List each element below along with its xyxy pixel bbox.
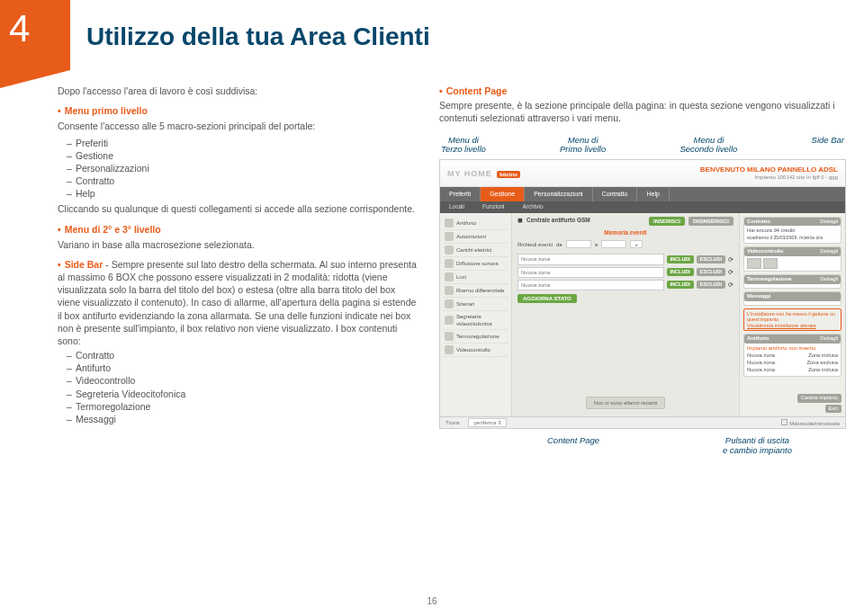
list-item: Videocontrollo [76, 375, 135, 386]
nav1-preferiti[interactable]: Preferiti [440, 187, 481, 201]
list-item: Personalizzazioni [76, 163, 149, 174]
nav3-luci[interactable]: Luci [443, 271, 508, 284]
box-details[interactable]: Dettagli [820, 335, 838, 343]
no-alarms-box: Non ci sono allarmi recenti [586, 397, 666, 409]
insert-button[interactable]: INSERISCI [649, 217, 685, 226]
nav1-help[interactable]: Help [637, 187, 669, 201]
section1-head: •Menu primo livello [58, 104, 418, 117]
nav3-automazioni[interactable]: Automazioni [443, 230, 508, 244]
exclude-button[interactable]: ESCLUDI [697, 281, 725, 289]
box-antifurto: AntifurtoDettagli Impianto antifurto non… [743, 334, 842, 376]
section3-desc: - Sempre presente sul lato destro della … [58, 259, 417, 346]
disinsert-button[interactable]: DISINSERISCI [688, 217, 734, 226]
credits-sub: scadranno il 25/03/2009, ricarica ora [747, 235, 838, 241]
box-details[interactable]: Dettagli [820, 248, 838, 255]
update-state-button[interactable]: AGGIORNA STATO [518, 294, 577, 303]
find-input[interactable]: periferica 3 [468, 418, 508, 427]
nav3-carichi[interactable]: Carichi elettrici [443, 244, 508, 257]
callouts-top: Menu di Terzo livello Menu di Primo live… [439, 136, 846, 155]
callout-primo: Menu di Primo livello [560, 136, 606, 155]
nav3-label: Riarmo differenziale [456, 287, 504, 294]
welcome-text: BENVENUTO MILANO PANNELLO ADSL Impianto … [700, 166, 838, 180]
device-label: Centrale antifurto GSM [526, 217, 590, 225]
nav2-funzioni[interactable]: Funzioni [473, 201, 514, 213]
camera-icon [445, 345, 454, 354]
exclude-button[interactable]: ESCLUDI [697, 268, 725, 276]
welcome-sub: Impianto 100142 sito in fgff 0 - ggg [700, 174, 838, 181]
page-title: Utilizzo della tua Area Clienti [86, 20, 430, 54]
exclude-button[interactable]: ESCLUDI [697, 255, 725, 263]
zone-name[interactable]: Nuova zona [518, 280, 664, 290]
nav3-label: Videocontrollo [456, 346, 490, 353]
section-number-badge: 4 [0, 0, 70, 70]
shield-icon [445, 219, 454, 228]
nav1-gestione[interactable]: Gestione [481, 187, 525, 201]
nav3-segreteria[interactable]: Segreteria videocitofonica [443, 311, 508, 330]
nav1-personalizzazioni[interactable]: Personalizzazioni [525, 187, 592, 201]
intro-text: Dopo l'accesso l'area di lavoro è così s… [58, 85, 418, 97]
nav3-scenari[interactable]: Scenari [443, 298, 508, 311]
device-icon: ◼ [518, 217, 523, 225]
refresh-icon[interactable]: ⟳ [728, 268, 734, 276]
installer-msg: L'installatore non ha messo il gettone s… [747, 311, 838, 323]
nav1-contratto[interactable]: Contratto [593, 187, 638, 201]
video-thumb[interactable] [747, 258, 761, 269]
section1-desc: Consente l'accesso alle 5 macro-sezioni … [58, 120, 418, 132]
callout-content-page: Content Page [547, 436, 599, 455]
include-button[interactable]: INCLUDI [667, 255, 694, 263]
nav3-diffusione[interactable]: Diffusione sonora [443, 257, 508, 271]
switch-icon [445, 286, 454, 295]
thermo-icon [445, 332, 454, 341]
from-field[interactable] [566, 240, 591, 248]
to-field[interactable] [601, 240, 626, 248]
zone-name[interactable]: Nuova zona [518, 254, 664, 264]
antifurto-state: Impianto antifurto non inserito [747, 345, 838, 353]
box-messaggi: Messaggi [743, 291, 842, 306]
list-item: Help [76, 188, 95, 199]
box-title: Videocontrollo [747, 248, 783, 255]
section1-head-label: Menu primo livello [65, 105, 148, 116]
ant-row-name: Nuova zona [747, 353, 775, 360]
secondary-nav: Locali Funzioni Archivio [440, 201, 845, 213]
go-button[interactable]: » [630, 240, 643, 248]
nav3-riarmo[interactable]: Riarmo differenziale [443, 284, 508, 298]
refresh-icon[interactable]: ⟳ [728, 255, 734, 263]
section4-head-label: Content Page [446, 85, 508, 96]
include-button[interactable]: INCLUDI [667, 281, 694, 289]
exit-button[interactable]: Esci [825, 405, 842, 413]
section1-tail: Cliccando su qualunque di questi collega… [58, 202, 418, 215]
plug-icon [445, 246, 454, 254]
list-item: Contratto [76, 175, 114, 186]
nav3-antifurto[interactable]: Antifurto [443, 217, 508, 230]
nav3-label: Automazioni [456, 233, 486, 240]
box-contratto: ContrattoDettagli Hai ancora 94 crediti … [743, 217, 842, 245]
nav3-label: Luci [456, 273, 466, 281]
portal-screenshot: MY HOME bticino BENVENUTO MILANO PANNELL… [439, 159, 846, 429]
video-thumb[interactable] [763, 258, 778, 269]
logo-tag: bticino [497, 171, 520, 178]
ant-row-name: Nuova zona [747, 367, 775, 374]
nav2-archivio[interactable]: Archivio [514, 201, 553, 213]
installer-link[interactable]: Visualizzata installatore attivata [747, 323, 838, 329]
case-label: Maiuscole/minuscole [789, 421, 840, 426]
change-plant-button[interactable]: Cambia impianto [797, 394, 842, 402]
box-title: Termoregolazione [747, 276, 792, 283]
callouts-bottom: Content Page Pulsanti di uscita e cambio… [439, 436, 846, 455]
box-details[interactable]: Dettagli [820, 219, 838, 226]
case-checkbox[interactable] [781, 419, 788, 425]
filter-label: Richiedi eventi [518, 241, 553, 248]
zone-name[interactable]: Nuova zona [518, 267, 664, 278]
filter-da: da [556, 241, 562, 248]
box-title: Antifurto [747, 335, 769, 343]
include-button[interactable]: INCLUDI [667, 268, 694, 276]
nav3-video[interactable]: Videocontrollo [443, 344, 508, 357]
nav2-locali[interactable]: Locali [440, 201, 473, 213]
list-item: Termoregolazione [76, 401, 150, 412]
section1-list: –Preferiti –Gestione –Personalizzazioni … [67, 137, 418, 201]
nav3-termo[interactable]: Termoregolazione [443, 330, 508, 344]
refresh-icon[interactable]: ⟳ [728, 281, 734, 289]
page-number: 16 [427, 595, 436, 608]
nav3-label: Diffusione sonora [456, 260, 499, 267]
box-details[interactable]: Dettagli [820, 276, 838, 283]
side-bar: ContrattoDettagli Hai ancora 94 crediti … [739, 213, 845, 417]
